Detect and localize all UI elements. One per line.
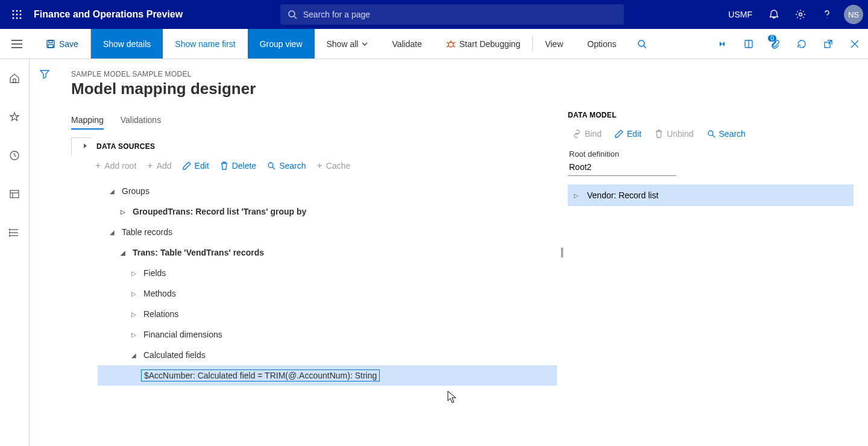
root-definition-label: Root definition bbox=[569, 149, 856, 159]
tree-node-table-records[interactable]: ◢Table records bbox=[98, 222, 557, 242]
svg-line-20 bbox=[447, 42, 448, 43]
page-tabs: Mapping Validations bbox=[71, 115, 557, 130]
global-search[interactable]: Search for a page bbox=[280, 4, 624, 25]
caret-right-icon bbox=[83, 143, 88, 149]
tree-node-calculated-fields[interactable]: ◢Calculated fields bbox=[98, 345, 557, 365]
caret-right-icon: ▷ bbox=[574, 192, 579, 199]
view-menu[interactable]: View bbox=[533, 29, 575, 58]
svg-point-6 bbox=[13, 17, 14, 19]
datasources-toolbar: +Add root +Add Edit Delete Search +Cache bbox=[92, 158, 557, 181]
svg-line-21 bbox=[453, 42, 455, 43]
svg-point-44 bbox=[708, 131, 713, 136]
popout-icon[interactable] bbox=[815, 29, 841, 58]
svg-point-39 bbox=[9, 229, 10, 230]
app-launcher-icon[interactable] bbox=[5, 2, 29, 27]
bind-button[interactable]: Bind bbox=[573, 129, 602, 139]
svg-rect-17 bbox=[48, 45, 53, 48]
tree-node-groupedtrans[interactable]: ▷GroupedTrans: Record list 'Trans' group… bbox=[98, 201, 557, 222]
search-icon bbox=[707, 130, 715, 138]
settings-icon[interactable] bbox=[788, 2, 813, 27]
caret-right-icon: ▷ bbox=[130, 311, 137, 318]
datamodel-title: DATA MODEL bbox=[568, 111, 856, 119]
close-icon[interactable] bbox=[841, 29, 868, 58]
open-office-icon[interactable] bbox=[735, 29, 762, 58]
svg-point-40 bbox=[9, 232, 10, 233]
nav-toggle-icon[interactable] bbox=[0, 29, 34, 58]
notifications-icon[interactable] bbox=[762, 2, 786, 27]
workspaces-icon[interactable] bbox=[2, 182, 27, 206]
modules-icon[interactable] bbox=[2, 221, 27, 245]
edit-button[interactable]: Edit bbox=[183, 161, 209, 171]
svg-rect-33 bbox=[10, 190, 19, 198]
tree-node-trans[interactable]: ◢Trans: Table 'VendTrans' records bbox=[98, 242, 557, 263]
svg-line-23 bbox=[453, 46, 455, 47]
caret-right-icon: ▷ bbox=[119, 209, 127, 215]
add-root-button[interactable]: +Add root bbox=[95, 160, 136, 171]
home-icon[interactable] bbox=[2, 66, 27, 90]
show-name-first-button[interactable]: Show name first bbox=[163, 29, 247, 58]
add-button[interactable]: +Add bbox=[147, 160, 171, 171]
datasources-title: DATA SOURCES bbox=[92, 137, 557, 158]
personalize-icon[interactable] bbox=[709, 29, 735, 58]
svg-point-4 bbox=[16, 14, 18, 16]
tree-node-fields[interactable]: ▷Fields bbox=[98, 263, 557, 283]
show-details-button[interactable]: Show details bbox=[91, 29, 163, 58]
svg-point-41 bbox=[9, 235, 10, 236]
start-debugging-button[interactable]: Start Debugging bbox=[434, 29, 532, 58]
svg-point-5 bbox=[20, 14, 22, 16]
company-picker[interactable]: USMF bbox=[721, 10, 760, 19]
svg-point-42 bbox=[268, 163, 273, 168]
caret-down-icon: ◢ bbox=[119, 250, 127, 256]
validate-button[interactable]: Validate bbox=[380, 29, 434, 58]
svg-point-11 bbox=[799, 13, 802, 16]
options-menu[interactable]: Options bbox=[575, 29, 628, 58]
page-search-icon[interactable] bbox=[629, 29, 655, 58]
caret-right-icon: ▷ bbox=[130, 291, 137, 297]
tree-node-groups[interactable]: ◢Groups bbox=[98, 181, 557, 201]
user-avatar[interactable]: NS bbox=[844, 5, 863, 24]
svg-line-43 bbox=[272, 167, 275, 169]
help-icon[interactable] bbox=[815, 2, 839, 27]
dm-search-button[interactable]: Search bbox=[707, 129, 746, 139]
show-all-dropdown[interactable]: Show all bbox=[315, 29, 380, 58]
root-definition-input[interactable] bbox=[568, 160, 676, 176]
svg-point-9 bbox=[289, 11, 295, 17]
svg-point-0 bbox=[13, 10, 14, 12]
chevron-down-icon bbox=[362, 42, 368, 46]
filter-icon[interactable] bbox=[39, 69, 50, 446]
svg-point-3 bbox=[13, 14, 14, 16]
attachments-badge: 0 bbox=[768, 35, 776, 42]
caret-down-icon: ◢ bbox=[108, 229, 116, 236]
trash-icon bbox=[655, 130, 663, 138]
recent-icon[interactable] bbox=[2, 143, 27, 168]
filter-column bbox=[30, 59, 59, 446]
svg-rect-31 bbox=[13, 79, 16, 83]
data-model-panel: DATA MODEL Bind Edit Unbind Search Root … bbox=[568, 59, 868, 446]
favorites-icon[interactable] bbox=[2, 105, 27, 129]
group-view-button[interactable]: Group view bbox=[248, 29, 315, 58]
datamodel-node-vendor[interactable]: ▷ Vendor: Record list bbox=[568, 184, 854, 206]
datasource-types-collapse[interactable] bbox=[71, 137, 92, 155]
tree-node-relations[interactable]: ▷Relations bbox=[98, 304, 557, 324]
bug-icon bbox=[446, 39, 456, 49]
save-button[interactable]: Save bbox=[34, 29, 91, 58]
left-nav-rail bbox=[0, 59, 30, 446]
svg-point-2 bbox=[20, 10, 22, 12]
tab-validations[interactable]: Validations bbox=[121, 115, 161, 130]
tab-mapping[interactable]: Mapping bbox=[71, 115, 104, 130]
breadcrumb: SAMPLE MODEL SAMPLE MODEL bbox=[71, 70, 557, 78]
dm-edit-button[interactable]: Edit bbox=[615, 129, 641, 139]
delete-button[interactable]: Delete bbox=[220, 161, 256, 171]
attachments-icon[interactable]: 0 bbox=[762, 29, 788, 58]
cache-button[interactable]: +Cache bbox=[317, 160, 351, 171]
svg-point-24 bbox=[638, 40, 644, 46]
refresh-icon[interactable] bbox=[788, 29, 815, 58]
tree-node-accnumber[interactable]: $AccNumber: Calculated field = TRIM(@.Ac… bbox=[98, 365, 557, 386]
tree-node-financial-dimensions[interactable]: ▷Financial dimensions bbox=[98, 324, 557, 345]
vertical-splitter[interactable] bbox=[557, 59, 568, 446]
trash-icon bbox=[220, 162, 228, 170]
svg-line-25 bbox=[644, 46, 646, 48]
unbind-button[interactable]: Unbind bbox=[655, 129, 693, 139]
search-button[interactable]: Search bbox=[267, 161, 306, 171]
tree-node-methods[interactable]: ▷Methods bbox=[98, 283, 557, 304]
